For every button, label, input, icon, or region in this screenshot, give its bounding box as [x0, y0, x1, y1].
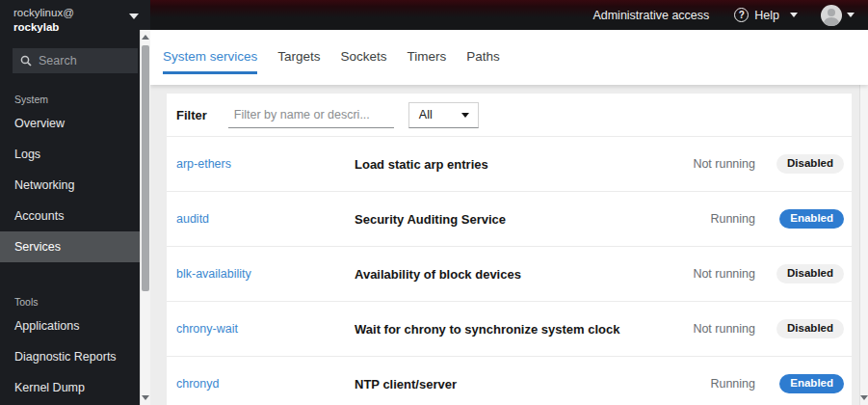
nav-section-system: System [0, 81, 150, 108]
content-scrollbar[interactable] [859, 30, 868, 405]
status-badge: Disabled [776, 264, 844, 284]
scroll-down-icon[interactable] [142, 395, 149, 400]
service-link[interactable]: arp-ethers [176, 157, 355, 171]
service-link[interactable]: chrony-wait [176, 322, 355, 336]
sidebar-item-networking[interactable]: Networking [0, 170, 150, 201]
help-menu[interactable]: ? Help [734, 8, 798, 22]
tab-targets[interactable]: Targets [277, 49, 320, 74]
service-description: Wait for chrony to synchronize system cl… [355, 322, 649, 337]
filter-toolbar: Filter All [167, 94, 852, 136]
sidebar-item-services[interactable]: Services [0, 231, 150, 262]
service-state: Running [649, 212, 755, 226]
sidebar-item-kernel-dump[interactable]: Kernel Dump [0, 372, 150, 403]
service-state: Running [649, 377, 755, 391]
host-switcher[interactable]: rockylinux@ rockylab [0, 0, 150, 39]
services-tabbar: System services Targets Sockets Timers P… [150, 30, 868, 85]
status-badge: Enabled [779, 374, 844, 393]
filter-input[interactable] [228, 102, 394, 128]
chevron-down-icon [129, 14, 139, 19]
service-row: blk-availability Availability of block d… [167, 246, 852, 301]
help-label: Help [754, 9, 779, 22]
masthead: Administrative access ? Help [150, 0, 868, 30]
main-content: System services Targets Sockets Timers P… [150, 30, 868, 405]
cockpit-app: rockylinux@ rockylab Search System Overv… [0, 0, 868, 405]
tab-paths[interactable]: Paths [466, 49, 500, 74]
search-input[interactable]: Search [13, 48, 138, 73]
service-state: Not running [649, 157, 755, 171]
host-user-label: rockylinux@ [13, 6, 137, 20]
service-description: Availability of block devices [355, 267, 649, 282]
service-link[interactable]: blk-availability [176, 267, 355, 281]
help-icon: ? [734, 8, 749, 22]
status-badge: Disabled [776, 154, 844, 174]
service-state: Not running [649, 322, 755, 336]
sidebar-item-diagnostic-reports[interactable]: Diagnostic Reports [0, 341, 150, 372]
filter-label: Filter [176, 108, 207, 122]
service-link[interactable]: auditd [176, 212, 355, 226]
services-card: Filter All arp-ethers Load static arp en… [167, 94, 852, 405]
sidebar-item-accounts[interactable]: Accounts [0, 201, 150, 231]
service-description: Load static arp entries [355, 157, 649, 172]
scrollbar-thumb[interactable] [142, 45, 149, 291]
service-description: Security Auditing Service [355, 212, 649, 227]
sidebar-item-applications[interactable]: Applications [0, 310, 150, 341]
service-description: NTP client/server [355, 377, 649, 392]
chevron-down-icon [790, 13, 798, 17]
avatar [821, 5, 842, 26]
tab-sockets[interactable]: Sockets [341, 49, 387, 74]
chevron-down-icon [847, 13, 855, 17]
tab-timers[interactable]: Timers [408, 49, 447, 74]
service-row: auditd Security Auditing Service Running… [167, 191, 852, 246]
state-filter-select[interactable]: All [408, 102, 479, 128]
chevron-down-icon [461, 113, 469, 118]
status-badge: Disabled [776, 319, 844, 338]
sidebar-item-logs[interactable]: Logs [0, 139, 150, 170]
user-menu[interactable] [821, 5, 855, 26]
service-link[interactable]: chronyd [176, 377, 355, 391]
sidebar-item-overview[interactable]: Overview [0, 108, 150, 139]
administrative-access-button[interactable]: Administrative access [592, 9, 709, 22]
service-state: Not running [649, 267, 755, 281]
host-name-label: rockylab [13, 20, 137, 35]
sidebar-spacer [0, 262, 150, 284]
search-placeholder: Search [39, 54, 77, 68]
sidebar-scrollbar[interactable] [140, 30, 150, 405]
service-row: chronyd NTP client/server Running Enable… [167, 356, 852, 405]
tab-system-services[interactable]: System services [163, 49, 257, 74]
service-row: arp-ethers Load static arp entries Not r… [167, 136, 852, 191]
status-badge: Enabled [779, 209, 844, 229]
sidebar: rockylinux@ rockylab Search System Overv… [0, 0, 150, 405]
search-icon [20, 55, 32, 67]
state-filter-value: All [419, 108, 433, 122]
scroll-up-icon[interactable] [142, 35, 149, 40]
scroll-down-icon[interactable] [860, 395, 868, 400]
service-row: chrony-wait Wait for chrony to synchroni… [167, 301, 852, 356]
nav-section-tools: Tools [0, 284, 150, 310]
